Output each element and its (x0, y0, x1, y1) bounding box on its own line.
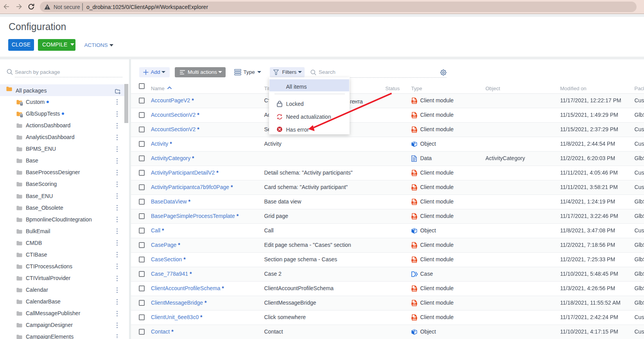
svg-text:JS: JS (413, 244, 416, 247)
svg-text:JS: JS (413, 172, 416, 175)
svg-text:JS: JS (413, 187, 416, 189)
svg-text:JS: JS (413, 288, 416, 290)
svg-text:JS: JS (413, 302, 416, 305)
svg-text:JS: JS (413, 201, 416, 203)
svg-text:JS: JS (413, 129, 416, 131)
svg-text:JS: JS (413, 100, 416, 102)
svg-text:JS: JS (413, 259, 416, 261)
svg-text:JS: JS (413, 216, 416, 218)
svg-text:JS: JS (413, 317, 416, 319)
svg-text:JS: JS (413, 114, 416, 117)
